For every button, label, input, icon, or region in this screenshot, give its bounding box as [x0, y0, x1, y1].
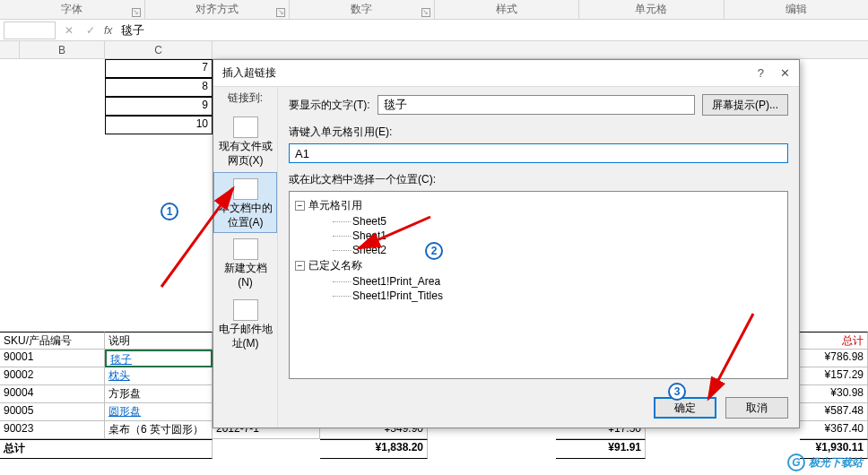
- cell-total-4[interactable]: ¥367.40: [800, 421, 868, 439]
- column-b[interactable]: B: [20, 41, 105, 58]
- group-cell[interactable]: 单元格: [579, 0, 725, 19]
- cancel-button[interactable]: 取消: [725, 397, 788, 419]
- tree-printarea[interactable]: Sheet1!Print_Area: [352, 275, 440, 288]
- linkto-panel: 链接到: 现有文件或网页(X) 本文档中的位置(A) 新建文档(N) 电子邮件地…: [213, 87, 278, 428]
- group-number[interactable]: 数字↘: [290, 0, 435, 19]
- collapse-icon[interactable]: −: [295, 201, 305, 211]
- cell-desc-2[interactable]: 方形盘: [105, 385, 213, 403]
- display-text-label: 要显示的文字(T):: [289, 98, 370, 113]
- tree-printtitles[interactable]: Sheet1!Print_Titles: [352, 289, 443, 302]
- linkto-new[interactable]: 新建文档(N): [213, 233, 277, 294]
- cell-total-1[interactable]: ¥157.29: [800, 367, 868, 385]
- name-box[interactable]: [4, 22, 56, 39]
- dialog-title: 插入超链接: [222, 65, 276, 81]
- launcher-icon[interactable]: ↘: [276, 8, 285, 17]
- file-icon: [233, 117, 258, 138]
- cell-sku-3[interactable]: 90005: [0, 403, 105, 421]
- column-c[interactable]: C: [105, 41, 213, 58]
- footer-v1: ¥1,838.20: [320, 439, 428, 459]
- cellref-input[interactable]: [289, 143, 788, 163]
- header-sku: SKU/产品编号: [0, 332, 105, 350]
- group-edit[interactable]: 编辑: [725, 0, 869, 19]
- annotation-badge-1: 1: [161, 203, 178, 220]
- insert-hyperlink-dialog: 插入超链接 ? ✕ 链接到: 现有文件或网页(X) 本文档中的位置(A) 新建文…: [213, 59, 800, 428]
- fx-icon[interactable]: fx: [104, 24, 112, 37]
- ribbon: 字体↘ 对齐方式↘ 数字↘ 样式 单元格 编辑: [0, 0, 868, 20]
- cell-desc-0[interactable]: 毯子: [105, 350, 213, 367]
- cell-desc-1[interactable]: 枕头: [105, 367, 213, 385]
- cell-desc-3[interactable]: 圆形盘: [105, 403, 213, 421]
- linkto-mail[interactable]: 电子邮件地址(M): [213, 294, 277, 355]
- cancel-icon[interactable]: ✕: [63, 24, 75, 37]
- launcher-icon[interactable]: ↘: [132, 8, 141, 17]
- enter-icon[interactable]: ✓: [84, 24, 97, 37]
- tree-sheet2[interactable]: Sheet2: [352, 244, 386, 256]
- linkto-doc[interactable]: 本文档中的位置(A): [213, 172, 277, 233]
- tree-defnames[interactable]: 已定义名称: [308, 259, 362, 272]
- tree-sheet1[interactable]: Sheet1: [352, 229, 386, 242]
- header-desc: 说明: [105, 332, 213, 350]
- tree-cellrefs[interactable]: 单元格引用: [308, 199, 362, 212]
- cell-sku-0[interactable]: 90001: [0, 350, 105, 367]
- column-headers: B C: [0, 41, 868, 59]
- dialog-titlebar[interactable]: 插入超链接 ? ✕: [213, 60, 799, 87]
- display-text-input[interactable]: [378, 95, 695, 115]
- location-label: 或在此文档中选择一个位置(C):: [289, 172, 788, 187]
- group-align[interactable]: 对齐方式↘: [145, 0, 291, 19]
- cell-sku-2[interactable]: 90004: [0, 385, 105, 403]
- group-font[interactable]: 字体↘: [0, 0, 145, 19]
- watermark-icon: G: [787, 453, 805, 471]
- footer-v2: ¥91.91: [556, 439, 646, 459]
- doc-icon: [233, 178, 258, 200]
- cell-c4[interactable]: 8: [105, 78, 213, 97]
- header-total: 总计: [800, 332, 868, 350]
- formula-input[interactable]: [119, 22, 868, 39]
- screentip-button[interactable]: 屏幕提示(P)...: [702, 94, 788, 116]
- new-icon: [233, 238, 258, 260]
- launcher-icon[interactable]: ↘: [421, 8, 430, 17]
- formula-bar: ✕ ✓ fx: [0, 20, 868, 41]
- cell-total-0[interactable]: ¥786.98: [800, 350, 868, 367]
- cell-c6[interactable]: 10: [105, 116, 213, 134]
- help-icon[interactable]: ?: [758, 66, 764, 80]
- mail-icon: [233, 299, 258, 321]
- cell-sku-4[interactable]: 90023: [0, 421, 105, 439]
- tree-sheet5[interactable]: Sheet5: [352, 215, 386, 228]
- linkto-file[interactable]: 现有文件或网页(X): [213, 111, 277, 172]
- annotation-badge-2: 2: [425, 242, 443, 260]
- cellref-label: 请键入单元格引用(E):: [289, 125, 788, 140]
- annotation-badge-3: 3: [668, 383, 686, 401]
- footer-label: 总计: [0, 439, 213, 459]
- location-tree[interactable]: −单元格引用 Sheet5 Sheet1 Sheet2 −已定义名称 Sheet…: [289, 191, 788, 379]
- close-icon[interactable]: ✕: [780, 66, 790, 80]
- cell-c5[interactable]: 9: [105, 97, 213, 116]
- select-all[interactable]: [0, 41, 20, 58]
- linkto-label: 链接到:: [213, 91, 277, 106]
- cell-desc-4[interactable]: 桌布（6 英寸圆形）: [105, 421, 213, 439]
- cell-sku-1[interactable]: 90002: [0, 367, 105, 385]
- cell-total-2[interactable]: ¥30.98: [800, 385, 868, 403]
- group-style[interactable]: 样式: [435, 0, 580, 19]
- watermark: G 极光下载站: [787, 453, 863, 471]
- collapse-icon[interactable]: −: [295, 261, 305, 271]
- cell-total-3[interactable]: ¥587.48: [800, 403, 868, 421]
- cell-c3[interactable]: 7: [105, 59, 213, 78]
- ok-button[interactable]: 确定: [654, 397, 716, 419]
